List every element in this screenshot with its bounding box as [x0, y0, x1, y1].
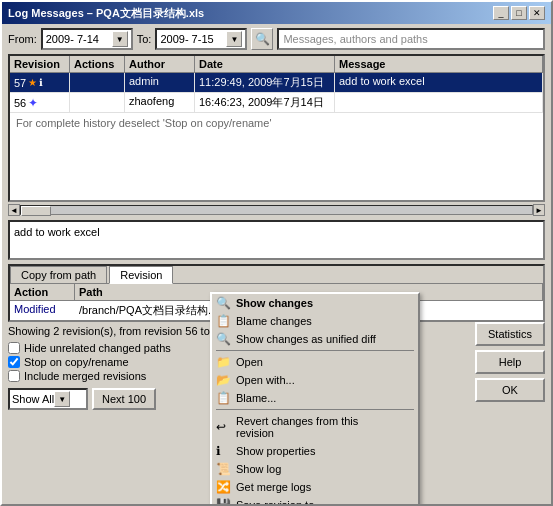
menu-show-properties[interactable]: ℹ Show properties [212, 442, 418, 460]
scroll-track [20, 205, 533, 215]
include-merged-label: Include merged revisions [24, 370, 146, 382]
menu-get-merge-logs[interactable]: 🔀 Get merge logs [212, 478, 418, 496]
show-changes-icon: 🔍 [216, 296, 231, 310]
toolbar: From: 2009- 7-14 ▼ To: 2009- 7-15 ▼ 🔍 Me… [2, 24, 551, 54]
merge-logs-icon: 🔀 [216, 480, 231, 494]
from-date-arrow[interactable]: ▼ [112, 31, 128, 47]
stop-on-copy-checkbox[interactable] [8, 356, 20, 368]
scroll-right-btn[interactable]: ► [533, 204, 545, 216]
title-bar: Log Messages – PQA文档目录结构.xls _ □ ✕ [2, 2, 551, 24]
star-icon: ★ [28, 77, 37, 88]
revisions-table: Revision Actions Author Date Message 57 … [8, 54, 545, 202]
from-date-picker[interactable]: 2009- 7-14 ▼ [41, 28, 133, 50]
from-date-value: 2009- 7-14 [46, 33, 99, 45]
th-revision: Revision [10, 56, 70, 72]
td-actions-56 [70, 93, 125, 112]
scroll-thumb[interactable] [21, 206, 51, 216]
main-window: Log Messages – PQA文档目录结构.xls _ □ ✕ From:… [0, 0, 553, 506]
td-revision-57: 57 ★ ℹ [10, 73, 70, 92]
menu-save-revision-label: Save revision to... [236, 499, 323, 506]
menu-open[interactable]: 📁 Open [212, 353, 418, 371]
statistics-button[interactable]: Statistics [475, 322, 545, 346]
table-row[interactable]: 57 ★ ℹ admin 11:29:49, 2009年7月15日 add to… [10, 73, 543, 93]
to-date-value: 2009- 7-15 [160, 33, 213, 45]
from-label: From: [8, 33, 37, 45]
revision-56-num: 56 [14, 97, 26, 109]
maximize-button[interactable]: □ [511, 6, 527, 20]
hide-unrelated-checkbox[interactable] [8, 342, 20, 354]
show-all-arrow[interactable]: ▼ [54, 391, 70, 407]
menu-show-changes[interactable]: 🔍 Show changes [212, 294, 418, 312]
td-revision-56: 56 ✦ [10, 93, 70, 112]
menu-show-unified-diff[interactable]: 🔍 Show changes as unified diff [212, 330, 418, 348]
include-merged-checkbox[interactable] [8, 370, 20, 382]
search-box[interactable]: Messages, authors and paths [277, 28, 545, 50]
horizontal-scrollbar[interactable]: ◄ ► [8, 204, 545, 216]
plus-icon: ✦ [28, 96, 38, 110]
to-date-picker[interactable]: 2009- 7-15 ▼ [155, 28, 247, 50]
td-actions-57 [70, 73, 125, 92]
btd-action: Modified [10, 301, 75, 320]
menu-open-with[interactable]: 📂 Open with... [212, 371, 418, 389]
tab-revision[interactable]: Revision [109, 266, 173, 284]
menu-blame-label: Blame... [236, 392, 276, 404]
td-message-57: add to work excel [335, 73, 543, 92]
separator-1 [216, 350, 414, 351]
message-preview: add to work excel [8, 220, 545, 260]
open-icon: 📁 [216, 355, 231, 369]
blame-changes-icon: 📋 [216, 314, 231, 328]
hide-unrelated-label: Hide unrelated changed paths [24, 342, 171, 354]
ok-button[interactable]: OK [475, 378, 545, 402]
title-bar-buttons: _ □ ✕ [493, 6, 545, 20]
td-message-56 [335, 93, 543, 112]
menu-show-changes-label: Show changes [236, 297, 313, 309]
side-buttons: Statistics Help OK [475, 322, 545, 402]
td-author-56: zhaofeng [125, 93, 195, 112]
menu-unified-diff-label: Show changes as unified diff [236, 333, 376, 345]
show-log-icon: 📜 [216, 462, 231, 476]
menu-show-log-label: Show log [236, 463, 281, 475]
th-actions: Actions [70, 56, 125, 72]
close-button[interactable]: ✕ [529, 6, 545, 20]
show-all-value: Show All [12, 393, 54, 405]
menu-open-label: Open [236, 356, 263, 368]
stop-on-copy-label: Stop on copy/rename [24, 356, 129, 368]
th-author: Author [125, 56, 195, 72]
next-100-button[interactable]: Next 100 [92, 388, 156, 410]
menu-revert[interactable]: ↩ Revert changes from this revision [212, 412, 418, 442]
menu-blame[interactable]: 📋 Blame... [212, 389, 418, 407]
bottom-tabs: Copy from path Revision [10, 266, 543, 284]
search-button[interactable]: 🔍 [251, 28, 273, 50]
table-header: Revision Actions Author Date Message [10, 56, 543, 73]
properties-icon: ℹ [216, 444, 221, 458]
separator-2 [216, 409, 414, 410]
menu-get-merge-logs-label: Get merge logs [236, 481, 311, 493]
search-placeholder: Messages, authors and paths [283, 33, 427, 45]
revision-57-num: 57 [14, 77, 26, 89]
show-all-dropdown[interactable]: Show All ▼ [8, 388, 88, 410]
table-row[interactable]: 56 ✦ zhaofeng 16:46:23, 2009年7月14日 [10, 93, 543, 113]
info-icon: ℹ [39, 77, 43, 88]
message-text: add to work excel [14, 226, 100, 238]
to-date-arrow[interactable]: ▼ [226, 31, 242, 47]
blame-icon: 📋 [216, 391, 231, 405]
to-label: To: [137, 33, 152, 45]
bth-action: Action [10, 284, 75, 300]
td-date-56: 16:46:23, 2009年7月14日 [195, 93, 335, 112]
menu-show-log[interactable]: 📜 Show log [212, 460, 418, 478]
menu-save-revision[interactable]: 💾 Save revision to... [212, 496, 418, 506]
scroll-left-btn[interactable]: ◄ [8, 204, 20, 216]
menu-blame-changes[interactable]: 📋 Blame changes [212, 312, 418, 330]
menu-revert-label: Revert changes from this revision [236, 415, 398, 439]
th-date: Date [195, 56, 335, 72]
help-button[interactable]: Help [475, 350, 545, 374]
td-author-57: admin [125, 73, 195, 92]
open-with-icon: 📂 [216, 373, 231, 387]
context-menu: 🔍 Show changes 📋 Blame changes 🔍 Show ch… [210, 292, 420, 506]
unified-diff-icon: 🔍 [216, 332, 231, 346]
history-hint: For complete history deselect 'Stop on c… [10, 113, 543, 133]
minimize-button[interactable]: _ [493, 6, 509, 20]
menu-show-properties-label: Show properties [236, 445, 316, 457]
tab-copy-from-path[interactable]: Copy from path [10, 266, 107, 283]
save-revision-icon: 💾 [216, 498, 231, 506]
